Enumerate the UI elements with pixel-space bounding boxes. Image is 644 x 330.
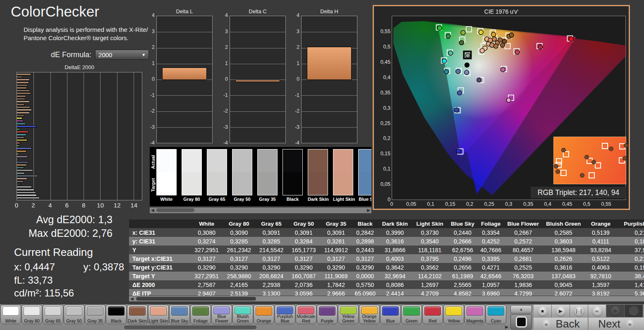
measured-point-marker [444,70,449,74]
patch-color-chip [108,306,124,316]
table-column-header: Gray 80 [223,219,255,228]
patch-button-gray-65[interactable]: Gray 65 [43,305,63,324]
gridline [230,95,285,96]
scrollbar-handle[interactable] [136,297,256,301]
axis-tick-label: -3 [146,124,155,130]
de2000-bar [17,183,21,185]
target-row-label: Target [151,173,156,198]
patch-button-moderate-red[interactable]: ModerateRed [296,305,316,324]
swatch-colors [308,149,328,195]
table-cell: 261,2342 [223,246,255,254]
table-cell: 160,7087 [287,272,320,280]
patch-button-label: Green [405,316,417,324]
swatch-item: Gray 50 [232,149,252,202]
patch-button-cyan[interactable]: Cyan [486,305,506,324]
measured-point-marker [442,59,447,63]
record-button[interactable]: ● [625,305,643,317]
table-cell: 165,1773 [287,246,320,254]
measured-point-marker [459,41,464,45]
patch-button-purplish-blue[interactable]: PurplishBlue [275,305,295,324]
patch-button-green[interactable]: Green [401,305,422,324]
stop-button[interactable]: ■ [534,305,552,317]
refresh-button[interactable]: ⟳ [606,305,625,317]
patch-button-label: Cyan [491,316,501,324]
table-cell: 3,6960 [478,289,504,296]
table-row-label: ΔE 2000 [129,280,190,289]
patch-button-light-skin[interactable]: Light Skin [148,305,169,324]
patch-button-gray-80[interactable]: Gray 80 [22,305,42,324]
patch-button-purple[interactable]: Purple [317,305,338,324]
swatch-actual [258,149,277,172]
continuous-button[interactable]: ∞ [588,305,606,317]
table-cell: 0,3562 [412,263,448,272]
table-cell: 111,9069 [320,272,352,280]
pattern-square-icon [516,316,527,328]
patch-button-red[interactable]: Red [422,305,443,324]
table-scrollbar[interactable]: ◀ [129,296,644,301]
swatch-label: White [156,197,177,202]
patch-button-foliage[interactable]: Foliage [190,305,211,324]
scroll-left-icon[interactable]: ◀ [151,208,154,212]
pattern-bracket-button[interactable]: [··] [570,305,588,317]
de2000-bar [17,82,29,84]
swatch-item: Gray 35 [257,149,278,202]
patch-button-gray-35[interactable]: Gray 35 [85,305,105,324]
patch-button-white[interactable]: White [0,305,21,324]
patch-button-yellow[interactable]: Yellow [443,305,464,324]
patch-button-yellow-green[interactable]: YellowGreen [338,305,359,324]
scroll-left-icon[interactable]: ◀ [130,296,134,301]
swatch-label: Gray 65 [207,197,227,202]
patch-button-label: ModerateRed [297,314,315,324]
patch-color-chip [87,306,103,316]
de2000-bar [17,90,30,92]
swatch-item: Light Skin [333,149,353,202]
patch-button-bluish-green[interactable]: BluishGreen [232,305,253,324]
measured-point-marker [480,48,484,53]
gridline [157,32,212,32]
patch-button-blue-flower[interactable]: BlueFlower [211,305,232,324]
scrollbar-handle[interactable] [124,325,256,329]
de2000-bar [17,73,31,75]
measured-point-marker [438,26,442,30]
patch-bar-scrollbar[interactable]: ▶ [0,325,510,330]
table-column-header: Dark Skin [378,219,412,228]
table-cell: 0,4252 [478,237,504,246]
patch-button-blue-sky[interactable]: Blue Sky [169,305,190,324]
patch-button-gray-50[interactable]: Gray 50 [64,305,84,324]
table-cell: 327,2951 [190,272,223,280]
inset-measured-circle [622,156,627,161]
patch-button-label: Blue [386,316,395,324]
measured-point-marker [492,37,497,41]
scroll-right-icon[interactable]: ▶ [367,208,370,212]
table-cell: 0,5122 [584,254,617,263]
swatch-strip-scrollbar[interactable]: ◀ ▶ [150,207,371,213]
chart-title: Delta H [301,8,357,14]
table-cell: 0,3730 [412,228,448,237]
cie-zoom-inset [553,137,626,184]
measured-point-marker [498,38,503,42]
table-cell: 0,2666 [448,237,477,246]
patch-button-dark-skin[interactable]: Dark Skin [127,305,148,324]
scrollbar-handle[interactable] [156,208,194,212]
de2000-bar [17,192,36,194]
patch-button-black[interactable]: Black [106,305,127,324]
scroll-right-icon[interactable]: ▶ [505,325,508,329]
table-cell: 0,3091 [287,228,320,237]
patch-button-magenta[interactable]: Magenta [464,305,485,324]
table-cell: 0,2626 [542,254,584,263]
next-button[interactable]: Next » [589,318,644,330]
patch-button-orange[interactable]: Orange [254,305,274,324]
de2000-bar [17,98,25,100]
back-button[interactable]: « Back [534,318,588,330]
table-cell: 0,2681 [504,254,542,263]
play-button[interactable]: ▶ [552,305,570,317]
panel-up-button[interactable]: ▲ [510,305,532,313]
gridline [230,127,285,128]
pattern-window-button[interactable] [510,314,532,330]
patch-button-orange-yellow[interactable]: OrangeYellow [359,305,380,324]
axis-tick-label: 1 [290,60,299,66]
de-formula-dropdown[interactable]: 2000 ▼ [95,50,149,60]
patch-button-blue[interactable]: Blue [380,305,401,324]
table-cell: 0,3127 [287,254,320,263]
table-cell: 0,3274 [190,237,223,246]
